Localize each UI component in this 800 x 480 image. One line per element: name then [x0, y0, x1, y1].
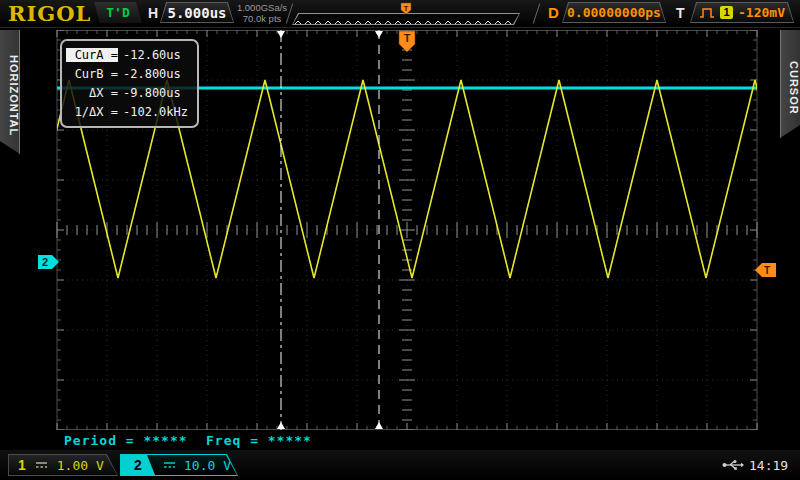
cursor-measurement-panel: CurA = -12.60us CurB = -2.800us ΔX = -9.… — [60, 39, 199, 128]
trigger-source-badge: 1 — [720, 6, 733, 19]
channel-1-button[interactable]: 1 1.00 V — [8, 454, 118, 476]
ch2-position-marker[interactable]: 2 — [38, 255, 59, 269]
trigger-level-value: -120mV — [738, 5, 785, 20]
cursor-a-label: CurA = — [66, 48, 118, 62]
cursor-row-inv-dx: 1/ΔX = -102.0kHz — [66, 102, 192, 121]
trigger-settings-button[interactable]: 1 -120mV — [690, 2, 794, 23]
trigger-position-flag[interactable]: T — [399, 31, 415, 52]
svg-text:2: 2 — [42, 256, 48, 268]
memory-depth: 70.0k pts — [234, 14, 290, 25]
channel-2-scale: 10.0 V — [184, 458, 231, 473]
usb-icon — [722, 459, 744, 471]
cursor-dx-value: -9.800us — [118, 86, 181, 100]
horizontal-label: H — [148, 5, 158, 21]
acquisition-info: 1.000GSa/s 70.0k pts — [234, 3, 290, 24]
cursor-row-b: CurB = -2.800us — [66, 64, 192, 83]
channel-1-scale: 1.00 V — [57, 458, 104, 473]
cursor-row-a: CurA = -12.60us — [66, 45, 192, 64]
memory-waveform-zigzag-icon — [293, 18, 519, 28]
timebase-value: 5.000us — [161, 3, 233, 22]
channel-1-number: 1 — [18, 457, 26, 473]
channel-2-number: 2 — [121, 455, 155, 475]
cursor-inv-dx-value: -102.0kHz — [118, 105, 188, 119]
bottom-status-bar: 1 1.00 V 2 10.0 V — [0, 450, 800, 480]
freq-measurement: Freq = ***** — [206, 433, 312, 448]
delay-value: 0.00000000ps — [563, 3, 665, 22]
svg-text:T: T — [404, 4, 409, 13]
trigger-status-indicator: T'D — [94, 2, 142, 23]
cursor-row-dx: ΔX = -9.800us — [66, 83, 192, 102]
clock: 14:19 — [749, 458, 788, 473]
brand-logo: RIGOL — [8, 1, 91, 26]
delay-button[interactable]: 0.00000000ps — [562, 2, 666, 23]
dc-coupling-icon — [163, 460, 176, 470]
cursor-inv-dx-label: 1/ΔX = — [66, 105, 118, 119]
separator — [533, 3, 540, 23]
cursor-a-value: -12.60us — [118, 48, 181, 62]
memory-trigger-position-icon[interactable]: T — [400, 1, 412, 19]
cursor-dx-label: ΔX = — [66, 86, 118, 100]
period-measurement: Period = ***** — [64, 433, 188, 448]
dc-coupling-icon — [35, 460, 48, 470]
timebase-button[interactable]: 5.000us — [160, 2, 234, 23]
trigger-label: T — [676, 5, 685, 21]
svg-text:T: T — [764, 265, 770, 276]
delay-label: D — [548, 4, 559, 21]
cursor-b-label: CurB = — [66, 67, 118, 81]
cursor-b-value: -2.800us — [118, 67, 181, 81]
top-status-bar: RIGOL T'D H 5.000us 1.000GSa/s 70.0k pts… — [0, 0, 800, 28]
trigger-level-marker[interactable]: T — [755, 263, 776, 277]
pulse-slope-icon — [699, 7, 715, 19]
sample-rate: 1.000GSa/s — [234, 3, 290, 14]
channel-2-button[interactable]: 2 10.0 V — [120, 454, 238, 476]
oscilloscope-screen: RIGOL T'D H 5.000us 1.000GSa/s 70.0k pts… — [0, 0, 800, 480]
svg-text:T: T — [404, 32, 411, 44]
